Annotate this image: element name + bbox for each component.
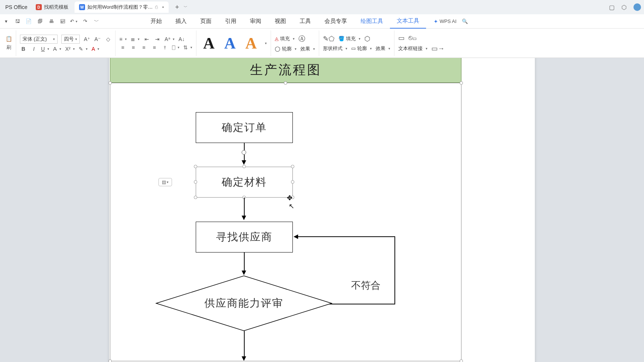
italic-icon[interactable]: I <box>30 46 37 52</box>
box2-handle-sw[interactable] <box>194 196 197 199</box>
box2-handle-nw[interactable] <box>194 165 197 168</box>
flow-arrow-4[interactable] <box>244 331 245 357</box>
save-icon[interactable]: 🖫 <box>14 18 21 25</box>
open-icon[interactable]: 📄 <box>25 18 32 25</box>
numbering-icon[interactable]: ≣▾ <box>131 36 140 42</box>
print-icon[interactable]: 🖶 <box>47 18 55 25</box>
decrease-indent-icon[interactable]: ⇤ <box>143 36 150 42</box>
tab-tools[interactable]: 工具 <box>293 14 318 29</box>
flow-conn-v[interactable] <box>394 236 395 304</box>
canvas-handle-ne[interactable] <box>460 81 463 85</box>
wps-ai-button[interactable]: ✦ WPS AI <box>434 18 457 24</box>
format-painter[interactable]: 刷 <box>5 44 12 51</box>
wordart-style-2[interactable]: A <box>221 34 239 52</box>
tab-document[interactable]: W 如何用Word制作流程图？零… ⎙ • <box>75 2 169 13</box>
tab-drawing-tools[interactable]: 绘图工具 <box>354 14 390 29</box>
3d-button[interactable]: ⬡ <box>364 35 370 43</box>
box2-handle-se[interactable] <box>291 196 294 199</box>
text-effect-button[interactable]: 效果▾ <box>300 46 315 52</box>
tab-page[interactable]: 页面 <box>193 14 218 29</box>
flow-arrow-2[interactable] <box>244 198 245 216</box>
rotation-handle[interactable] <box>242 150 246 155</box>
redo-icon[interactable]: ↷ <box>81 18 89 25</box>
font-size-select[interactable]: 四号▾ <box>61 35 80 44</box>
tab-references[interactable]: 引用 <box>218 14 243 29</box>
canvas-handle-nw[interactable] <box>108 81 112 85</box>
flow-arrow-3[interactable] <box>244 252 245 271</box>
font-family-select[interactable]: 宋体 (正文)▾ <box>20 35 58 44</box>
box2-handle-ne[interactable] <box>291 165 294 168</box>
canvas-handle-se[interactable] <box>460 359 463 362</box>
canvas-handle-n[interactable] <box>284 81 287 85</box>
qat-more-icon[interactable]: ﹀ <box>93 18 100 25</box>
layout-options-button[interactable]: ▤ ▾ <box>158 178 172 186</box>
align-justify-icon[interactable]: ≡ <box>151 44 158 50</box>
textbox-button[interactable]: ▭ <box>398 34 405 42</box>
shape-outline-button[interactable]: ▭轮廓▾ <box>351 45 372 52</box>
cube-icon[interactable]: ⬡ <box>621 4 627 11</box>
box2-handle-e[interactable] <box>291 180 294 184</box>
textbox-link-button[interactable]: 文本框链接▾ <box>398 45 428 52</box>
flow-box-material[interactable]: 确定材料 <box>196 167 293 198</box>
font-color-icon[interactable]: A▾ <box>91 46 99 52</box>
box2-handle-w[interactable] <box>194 180 197 184</box>
drawing-canvas[interactable]: 确定订单 确定材料 ▤ ▾ 寻找供应商 <box>110 83 461 361</box>
align-right-icon[interactable]: ≡ <box>140 44 147 50</box>
clear-wordart-button[interactable]: Ⓐ <box>298 34 305 43</box>
avatar-icon[interactable] <box>633 3 641 11</box>
shape-style-button[interactable]: 形状样式▾ <box>323 45 347 52</box>
shape-effect-button[interactable]: 效果▾ <box>376 45 390 52</box>
window-restore-icon[interactable]: ▢ <box>609 4 615 11</box>
edit-shape-button[interactable]: ✎⬠ <box>323 35 335 43</box>
bold-icon[interactable]: B <box>20 46 27 52</box>
flow-conn-h-top[interactable] <box>298 236 395 237</box>
clear-format-icon[interactable]: ◇ <box>105 36 111 42</box>
wordart-style-1[interactable]: A <box>200 34 218 52</box>
break-link-button[interactable]: ⎋▭ <box>408 34 417 42</box>
close-icon[interactable]: • <box>162 4 164 10</box>
tab-insert[interactable]: 插入 <box>169 14 193 29</box>
undo-icon[interactable]: ↶▾ <box>70 18 78 25</box>
search-icon[interactable]: 🔍 <box>462 18 468 24</box>
tab-text-tools[interactable]: 文本工具 <box>390 14 426 29</box>
tab-template[interactable]: D 找稻壳模板 <box>31 2 73 13</box>
bullets-icon[interactable]: ≡▾ <box>119 36 127 42</box>
paste-icon[interactable]: 📋 <box>5 36 12 42</box>
strikethrough-icon[interactable]: A̵▾ <box>53 46 61 52</box>
print-preview-icon[interactable]: 🗟 <box>59 18 66 25</box>
workspace[interactable]: 生产流程图 确定订单 确定材料 ▤ ▾ <box>0 58 644 362</box>
increase-indent-icon[interactable]: ⇥ <box>154 36 161 42</box>
line-spacing-icon[interactable]: ⇅▾ <box>183 44 192 50</box>
canvas-handle-sw[interactable] <box>108 359 112 362</box>
page[interactable]: 生产流程图 确定订单 确定材料 ▤ ▾ <box>109 58 535 362</box>
distribute-icon[interactable]: ⫯ <box>161 44 168 50</box>
change-case-icon[interactable]: Aᵃ▾ <box>164 36 174 42</box>
superscript-icon[interactable]: X²▾ <box>65 46 75 52</box>
flowchart-title[interactable]: 生产流程图 <box>110 58 461 83</box>
wordart-more-icon[interactable]: ▾ <box>265 41 267 45</box>
grow-font-icon[interactable]: A⁺ <box>84 36 90 42</box>
tab-review[interactable]: 审阅 <box>243 14 268 29</box>
flow-conn-h-bot[interactable] <box>321 304 395 304</box>
flow-box-supplier[interactable]: 寻找供应商 <box>196 222 293 252</box>
wordart-style-3[interactable]: A <box>242 34 260 52</box>
next-textbox-button[interactable]: ▭→ <box>431 44 445 53</box>
app-menu-icon[interactable]: ▾ <box>2 18 10 25</box>
align-left-icon[interactable]: ≡ <box>119 44 126 50</box>
underline-icon[interactable]: U▾ <box>41 46 49 52</box>
flow-box-order[interactable]: 确定订单 <box>196 112 293 143</box>
highlight-icon[interactable]: ✎▾ <box>79 46 88 52</box>
box2-handle-n[interactable] <box>242 165 246 168</box>
tab-member[interactable]: 会员专享 <box>318 14 354 29</box>
shape-fill-button[interactable]: 🪣填充▾ <box>338 35 361 42</box>
text-fill-button[interactable]: ◬填充▾ <box>275 35 295 42</box>
text-direction-icon[interactable]: A↓ <box>178 36 185 42</box>
tab-view[interactable]: 视图 <box>268 14 293 29</box>
text-outline-button[interactable]: ◯轮廓▾ <box>275 46 297 52</box>
tab-list-dropdown[interactable]: ﹀ <box>184 5 187 10</box>
decision-no-label[interactable]: 不符合 <box>351 279 381 292</box>
vertical-align-icon[interactable]: ⎕▾ <box>172 44 180 50</box>
align-center-icon[interactable]: ≡ <box>130 44 137 50</box>
export-icon[interactable]: 🗐 <box>36 18 44 25</box>
tab-home[interactable]: 开始 <box>144 14 169 29</box>
